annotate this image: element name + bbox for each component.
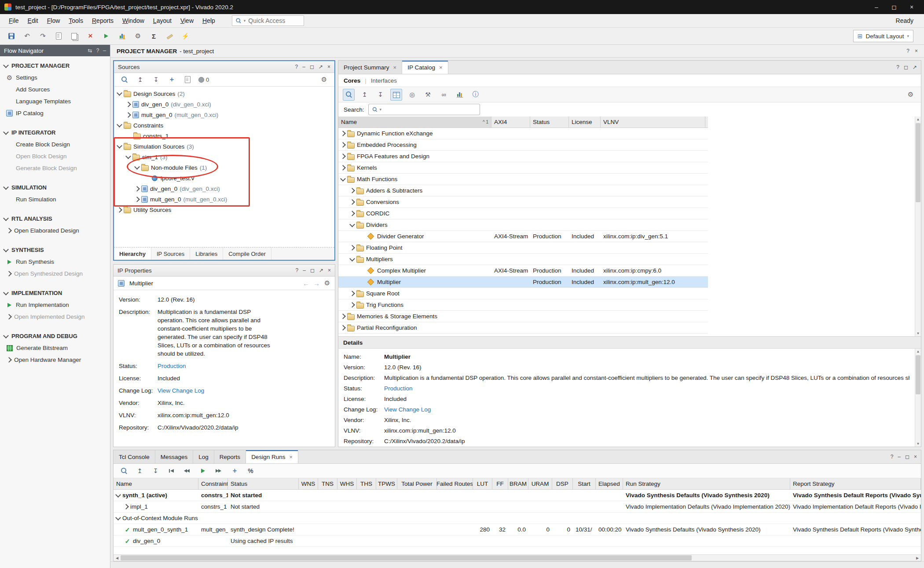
run-button[interactable] bbox=[197, 465, 209, 477]
chevron-down-icon[interactable] bbox=[125, 153, 131, 159]
chevron-down-icon[interactable] bbox=[3, 290, 9, 295]
flownav-section-program-and-debug[interactable]: PROGRAM AND DEBUG bbox=[0, 330, 110, 342]
column-header-bram[interactable]: BRAM bbox=[508, 478, 528, 489]
chevron-down-icon[interactable] bbox=[117, 122, 122, 127]
scroll-right-icon[interactable]: ▶ bbox=[914, 556, 921, 560]
maximize-icon[interactable]: ◻ bbox=[905, 454, 909, 460]
minimize-icon[interactable]: – bbox=[103, 47, 106, 54]
source-constrs-1[interactable]: constrs_1 bbox=[114, 131, 334, 141]
flownav-item-run-simulation[interactable]: Run Simulation bbox=[0, 193, 110, 205]
help-icon[interactable]: ? bbox=[896, 64, 899, 70]
chevron-down-icon[interactable] bbox=[3, 184, 9, 190]
flownav-item-run-implementation[interactable]: Run Implementation bbox=[0, 299, 110, 311]
chevron-down-icon[interactable] bbox=[349, 222, 355, 227]
chevron-right-icon[interactable] bbox=[340, 325, 346, 331]
close-icon[interactable]: × bbox=[328, 267, 331, 273]
catalog-row-partial-reconfiguration[interactable]: Partial Reconfiguration bbox=[338, 322, 708, 334]
flownav-section-implementation[interactable]: IMPLEMENTATION bbox=[0, 287, 110, 299]
tab-messages[interactable]: Messages bbox=[155, 450, 194, 463]
settings-button[interactable]: ⚙ bbox=[905, 89, 917, 101]
catalog-row-kernels[interactable]: Kernels bbox=[338, 162, 708, 174]
chevron-right-icon[interactable] bbox=[134, 186, 140, 192]
chevron-right-icon[interactable] bbox=[349, 245, 355, 251]
help-icon[interactable]: ? bbox=[906, 48, 909, 54]
chevron-right-icon[interactable] bbox=[117, 207, 122, 213]
chevron-right-icon[interactable] bbox=[6, 228, 12, 233]
doc-button[interactable] bbox=[53, 30, 65, 42]
flownav-section-rtl-analysis[interactable]: RTL ANALYSIS bbox=[0, 213, 110, 225]
column-header-tns[interactable]: TNS bbox=[318, 478, 337, 489]
plus-button[interactable]: + bbox=[166, 74, 178, 86]
scroll-up-icon[interactable]: ▲ bbox=[917, 117, 920, 122]
chevron-right-icon[interactable] bbox=[340, 153, 346, 159]
chevron-down-icon[interactable] bbox=[3, 247, 9, 252]
scroll-up-icon[interactable]: ▲ bbox=[917, 349, 920, 354]
close-icon[interactable]: × bbox=[327, 64, 330, 70]
sources-tab-hierarchy[interactable]: Hierarchy bbox=[114, 248, 151, 260]
scroll-down-icon[interactable]: ▼ bbox=[917, 441, 920, 447]
source-simulation-sources[interactable]: Simulation Sources (3) bbox=[114, 141, 334, 152]
window-minimize-button[interactable]: – bbox=[869, 1, 884, 13]
chevron-right-icon[interactable] bbox=[125, 112, 131, 118]
run-button[interactable] bbox=[100, 30, 112, 42]
chevron-right-icon[interactable] bbox=[349, 211, 355, 216]
column-header-failed-routes[interactable]: Failed Routes bbox=[437, 478, 473, 489]
search-button[interactable] bbox=[118, 465, 130, 477]
run-row-div-gen-0[interactable]: ✓div_gen_0Using cached IP results bbox=[114, 535, 921, 547]
chevron-right-icon[interactable] bbox=[123, 504, 129, 510]
tab-design-runs[interactable]: Design Runs× bbox=[246, 450, 298, 463]
source-constraints[interactable]: Constraints bbox=[114, 120, 334, 131]
messages-badge[interactable]: 0 bbox=[198, 76, 209, 83]
minimize-icon[interactable]: – bbox=[303, 267, 306, 273]
menu-flow[interactable]: Flow bbox=[43, 16, 65, 25]
chevron-down-icon[interactable] bbox=[340, 176, 346, 182]
flownav-item-ip-catalog[interactable]: IP Catalog bbox=[0, 107, 110, 119]
minimize-icon[interactable]: – bbox=[898, 454, 901, 460]
column-header-license[interactable]: License bbox=[569, 117, 601, 127]
catalog-search-input[interactable] bbox=[383, 106, 477, 113]
plus-button[interactable]: + bbox=[229, 465, 241, 477]
column-header-status[interactable]: Status bbox=[530, 117, 569, 127]
column-header-run-strategy[interactable]: Run Strategy bbox=[623, 478, 790, 489]
pencil-button[interactable] bbox=[164, 30, 176, 42]
flownav-section-synthesis[interactable]: SYNTHESIS bbox=[0, 244, 110, 256]
source-mult-gen-0[interactable]: mult_gen_0 (mult_gen_0.xci) bbox=[114, 109, 334, 120]
run-row-synth-1-active[interactable]: synth_1 (active)constrs_1Not startedViva… bbox=[114, 490, 921, 501]
view-tab-cores[interactable]: Cores bbox=[344, 77, 360, 84]
stepfirst-button[interactable] bbox=[165, 465, 177, 477]
gear-icon[interactable]: ⚙ bbox=[324, 279, 330, 287]
catalog-row-dynamic-function-exchange[interactable]: Dynamic Function eXchange bbox=[338, 128, 708, 139]
sources-tab-ip-sources[interactable]: IP Sources bbox=[151, 248, 190, 260]
view-tab-interfaces[interactable]: Interfaces bbox=[371, 77, 397, 84]
chevron-right-icon[interactable] bbox=[134, 197, 140, 202]
flownav-item-open-block-design[interactable]: Open Block Design bbox=[0, 150, 110, 162]
chevron-right-icon[interactable] bbox=[340, 165, 346, 171]
flownav-item-open-hardware-manager[interactable]: Open Hardware Manager bbox=[0, 354, 110, 366]
catalog-row-divider-generator[interactable]: Divider GeneratorAXI4-StreamProductionIn… bbox=[338, 231, 708, 242]
column-header-ths[interactable]: THS bbox=[357, 478, 376, 489]
help-icon[interactable]: ? bbox=[96, 47, 99, 54]
expand-button[interactable]: ↧ bbox=[374, 89, 386, 101]
field-value-link[interactable]: View Change Log bbox=[158, 386, 204, 395]
minimize-icon[interactable]: – bbox=[302, 64, 305, 70]
float-icon[interactable]: ↗ bbox=[319, 267, 323, 273]
column-header-vlnv[interactable]: VLNV bbox=[601, 117, 705, 127]
catalog-row-trig-functions[interactable]: Trig Functions bbox=[338, 299, 708, 311]
column-header-status[interactable]: Status bbox=[228, 478, 299, 489]
fastfwd-button[interactable] bbox=[213, 465, 225, 477]
column-header-dsp[interactable]: DSP bbox=[552, 478, 573, 489]
chevron-down-icon[interactable] bbox=[3, 62, 9, 68]
chevron-right-icon[interactable] bbox=[349, 302, 355, 308]
chevron-down-icon[interactable] bbox=[134, 164, 140, 170]
source-sim-1[interactable]: sim_1 (3) bbox=[114, 152, 334, 162]
cancel-button[interactable]: × bbox=[84, 30, 96, 42]
column-header-total-power[interactable]: Total Power bbox=[397, 478, 437, 489]
scrollbar-thumb[interactable] bbox=[916, 355, 920, 394]
catalog-row-square-root[interactable]: Square Root bbox=[338, 288, 708, 299]
chevron-down-icon[interactable] bbox=[117, 90, 122, 96]
flownav-item-open-synthesized-design[interactable]: Open Synthesized Design bbox=[0, 268, 110, 280]
close-tab-icon[interactable]: × bbox=[393, 64, 397, 71]
toggle-icon[interactable]: ⇆ bbox=[88, 47, 92, 54]
debug-button[interactable]: ⚡ bbox=[180, 30, 191, 42]
catalog-row-memories-storage-elements[interactable]: Memories & Storage Elements bbox=[338, 311, 708, 322]
